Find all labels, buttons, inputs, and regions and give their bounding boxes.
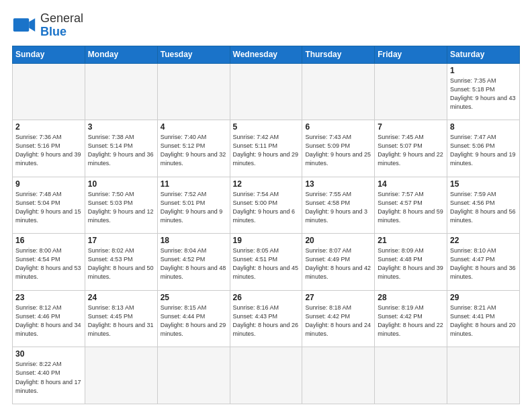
day-number: 16 [15,236,82,245]
day-info: Sunrise: 7:45 AM Sunset: 5:07 PM Dayligh… [378,133,444,168]
day-info: Sunrise: 8:13 AM Sunset: 4:45 PM Dayligh… [88,304,154,338]
day-info: Sunrise: 7:50 AM Sunset: 5:03 PM Dayligh… [88,190,154,225]
day-number: 3 [88,122,154,132]
day-info: Sunrise: 7:36 AM Sunset: 5:16 PM Dayligh… [15,133,82,168]
day-number: 6 [305,122,371,132]
day-info: Sunrise: 7:54 AM Sunset: 5:00 PM Dayligh… [233,190,300,225]
calendar-empty-cell [302,347,375,404]
calendar-day-26: 26Sunrise: 8:16 AM Sunset: 4:43 PM Dayli… [230,290,302,347]
calendar-empty-cell [375,347,447,404]
day-info: Sunrise: 8:00 AM Sunset: 4:54 PM Dayligh… [15,246,82,281]
day-info: Sunrise: 8:15 AM Sunset: 4:44 PM Dayligh… [161,304,227,338]
day-number: 1 [450,66,517,75]
day-info: Sunrise: 7:57 AM Sunset: 4:57 PM Dayligh… [378,190,444,225]
day-number: 5 [233,122,300,132]
day-number: 24 [88,293,154,302]
day-info: Sunrise: 8:19 AM Sunset: 4:42 PM Dayligh… [378,304,444,338]
header: General Blue [12,12,520,39]
logo: General Blue [12,12,83,39]
calendar-empty-cell [230,347,302,404]
calendar-day-10: 10Sunrise: 7:50 AM Sunset: 5:03 PM Dayli… [85,177,157,234]
day-number: 27 [305,293,371,302]
calendar-day-30: 30Sunrise: 8:22 AM Sunset: 4:40 PM Dayli… [13,347,85,404]
day-number: 2 [15,122,82,132]
calendar-empty-cell [13,63,85,120]
day-info: Sunrise: 7:42 AM Sunset: 5:11 PM Dayligh… [233,133,300,168]
day-number: 25 [161,293,227,302]
calendar-day-25: 25Sunrise: 8:15 AM Sunset: 4:44 PM Dayli… [157,290,230,347]
day-number: 15 [450,179,517,189]
day-info: Sunrise: 7:47 AM Sunset: 5:06 PM Dayligh… [450,133,517,168]
calendar-day-22: 22Sunrise: 8:10 AM Sunset: 4:47 PM Dayli… [447,234,520,291]
calendar-empty-cell [302,63,375,120]
calendar-day-27: 27Sunrise: 8:18 AM Sunset: 4:42 PM Dayli… [302,290,375,347]
calendar-day-28: 28Sunrise: 8:19 AM Sunset: 4:42 PM Dayli… [375,290,447,347]
weekday-header-sunday: Sunday [13,46,85,63]
day-info: Sunrise: 7:40 AM Sunset: 5:12 PM Dayligh… [161,133,227,168]
day-info: Sunrise: 7:43 AM Sunset: 5:09 PM Dayligh… [305,133,371,168]
day-number: 18 [161,236,227,245]
weekday-header-thursday: Thursday [302,46,375,63]
calendar-day-9: 9Sunrise: 7:48 AM Sunset: 5:04 PM Daylig… [13,177,85,234]
day-info: Sunrise: 7:59 AM Sunset: 4:56 PM Dayligh… [450,190,517,225]
generalblue-icon [12,13,36,38]
day-info: Sunrise: 7:48 AM Sunset: 5:04 PM Dayligh… [15,190,82,225]
day-number: 9 [15,179,82,189]
day-info: Sunrise: 8:04 AM Sunset: 4:52 PM Dayligh… [161,246,227,281]
weekday-header-wednesday: Wednesday [230,46,302,63]
calendar-empty-cell [230,63,302,120]
calendar-day-7: 7Sunrise: 7:45 AM Sunset: 5:07 PM Daylig… [375,120,447,177]
day-number: 28 [378,293,444,302]
day-number: 30 [15,349,82,359]
day-number: 10 [88,179,154,189]
day-number: 17 [88,236,154,245]
calendar-empty-cell [157,63,230,120]
calendar-day-12: 12Sunrise: 7:54 AM Sunset: 5:00 PM Dayli… [230,177,302,234]
weekday-header-monday: Monday [85,46,157,63]
calendar-day-23: 23Sunrise: 8:12 AM Sunset: 4:46 PM Dayli… [13,290,85,347]
day-info: Sunrise: 8:02 AM Sunset: 4:53 PM Dayligh… [88,246,154,281]
calendar-day-24: 24Sunrise: 8:13 AM Sunset: 4:45 PM Dayli… [85,290,157,347]
day-info: Sunrise: 7:52 AM Sunset: 5:01 PM Dayligh… [161,190,227,225]
calendar-day-13: 13Sunrise: 7:55 AM Sunset: 4:58 PM Dayli… [302,177,375,234]
calendar-week-row: 2Sunrise: 7:36 AM Sunset: 5:16 PM Daylig… [13,120,520,177]
calendar-day-15: 15Sunrise: 7:59 AM Sunset: 4:56 PM Dayli… [447,177,520,234]
calendar-day-8: 8Sunrise: 7:47 AM Sunset: 5:06 PM Daylig… [447,120,520,177]
day-number: 11 [161,179,227,189]
day-number: 19 [233,236,300,245]
day-number: 29 [450,293,517,302]
day-number: 12 [233,179,300,189]
weekday-header-friday: Friday [375,46,447,63]
calendar-day-16: 16Sunrise: 8:00 AM Sunset: 4:54 PM Dayli… [13,234,85,291]
day-info: Sunrise: 8:07 AM Sunset: 4:49 PM Dayligh… [305,246,371,281]
day-info: Sunrise: 8:12 AM Sunset: 4:46 PM Dayligh… [15,304,82,338]
calendar-week-row: 9Sunrise: 7:48 AM Sunset: 5:04 PM Daylig… [13,177,520,234]
calendar-empty-cell [375,63,447,120]
page: General Blue SundayMondayTuesdayWednesda… [0,0,532,411]
calendar-empty-cell [157,347,230,404]
day-info: Sunrise: 8:18 AM Sunset: 4:42 PM Dayligh… [305,304,371,338]
day-number: 21 [378,236,444,245]
day-info: Sunrise: 8:09 AM Sunset: 4:48 PM Dayligh… [378,246,444,281]
logo-text: General Blue [40,12,83,39]
day-number: 23 [15,293,82,302]
day-info: Sunrise: 7:35 AM Sunset: 5:18 PM Dayligh… [450,77,517,111]
day-number: 22 [450,236,517,245]
calendar-table: SundayMondayTuesdayWednesdayThursdayFrid… [12,46,520,404]
weekday-header-row: SundayMondayTuesdayWednesdayThursdayFrid… [13,46,520,63]
day-info: Sunrise: 8:21 AM Sunset: 4:41 PM Dayligh… [450,304,517,338]
calendar-day-29: 29Sunrise: 8:21 AM Sunset: 4:41 PM Dayli… [447,290,520,347]
calendar-day-5: 5Sunrise: 7:42 AM Sunset: 5:11 PM Daylig… [230,120,302,177]
calendar-week-row: 16Sunrise: 8:00 AM Sunset: 4:54 PM Dayli… [13,234,520,291]
calendar-day-4: 4Sunrise: 7:40 AM Sunset: 5:12 PM Daylig… [157,120,230,177]
weekday-header-tuesday: Tuesday [157,46,230,63]
day-number: 14 [378,179,444,189]
day-number: 8 [450,122,517,132]
calendar-day-19: 19Sunrise: 8:05 AM Sunset: 4:51 PM Dayli… [230,234,302,291]
calendar-day-3: 3Sunrise: 7:38 AM Sunset: 5:14 PM Daylig… [85,120,157,177]
calendar-day-11: 11Sunrise: 7:52 AM Sunset: 5:01 PM Dayli… [157,177,230,234]
svg-rect-0 [13,18,29,32]
day-info: Sunrise: 7:55 AM Sunset: 4:58 PM Dayligh… [305,190,371,225]
calendar-day-6: 6Sunrise: 7:43 AM Sunset: 5:09 PM Daylig… [302,120,375,177]
day-number: 26 [233,293,300,302]
